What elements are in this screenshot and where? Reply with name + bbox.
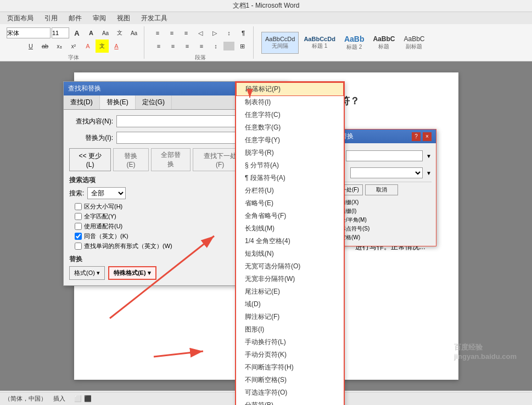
dropdown-item-section-break[interactable]: 分节符(B) — [236, 399, 344, 405]
cb-homophone-label: 同音（英文）(K) — [84, 232, 128, 240]
paragraph-group: ≡ ≡ ≡ ◁ ▷ ↕ ¶ ≡ ≡ ≡ ≡ ↕ ⊞ 段落 — [148, 26, 254, 59]
search-select[interactable]: 全部 — [87, 187, 126, 199]
right-replace-arrow[interactable]: ▼ — [426, 170, 432, 176]
clear-format-btn[interactable]: Aa — [99, 26, 112, 40]
font-size-input[interactable] — [52, 27, 69, 38]
dropdown-item-para-symbol[interactable]: ¶ 段落符号(A) — [236, 172, 344, 184]
right-find-input[interactable] — [346, 150, 423, 161]
shading-btn[interactable] — [223, 42, 234, 50]
dropdown-item-manual-newline[interactable]: 手动换行符(L) — [236, 336, 344, 348]
right-dialog-question-btn[interactable]: ? — [412, 132, 421, 141]
dropdown-item-any-letter[interactable]: 任意字母(Y) — [236, 134, 344, 147]
cb-whole-word[interactable] — [75, 213, 82, 220]
show-hide-btn[interactable]: ¶ — [237, 26, 250, 40]
title-bar: 文档1 - Microsoft Word — [0, 0, 532, 12]
align-left-btn[interactable]: ≡ — [152, 40, 165, 53]
cb-all-forms[interactable] — [75, 243, 82, 250]
format-dropdown-btn[interactable]: 格式(O) ▾ — [69, 266, 105, 280]
ribbon-tabs: 页面布局 引用 邮件 审阅 视图 开发工具 — [0, 12, 532, 24]
dropdown-item-em-dash[interactable]: 长划线(M) — [236, 222, 344, 235]
cb-wildcard[interactable] — [75, 223, 82, 230]
underline-btn[interactable]: U — [24, 40, 37, 53]
tab-view[interactable]: 视图 — [112, 12, 135, 24]
right-replace-select[interactable] — [350, 167, 423, 178]
dialog-tab-goto[interactable]: 定位(G) — [136, 95, 172, 109]
dropdown-item-paragraph-mark[interactable]: 段落标记(P) — [236, 82, 344, 96]
tab-reference[interactable]: 引用 — [40, 12, 63, 24]
style-heading[interactable]: AaBbC 标题 — [369, 32, 399, 54]
tab-page-layout[interactable]: 页面布局 — [2, 12, 38, 24]
dropdown-item-ellipsis[interactable]: 省略号(E) — [236, 197, 344, 210]
dropdown-item-nonbreak-space[interactable]: 不间断空格(S) — [236, 374, 344, 386]
tab-review[interactable]: 审阅 — [88, 12, 111, 24]
right-dialog-close-btn[interactable]: × — [423, 132, 432, 141]
numbering-btn[interactable]: ≡ — [165, 26, 178, 40]
style-subtitle[interactable]: AaBbC 副标题 — [400, 32, 428, 54]
highlight-btn[interactable]: 文 — [96, 40, 109, 53]
status-font-info: （简体，中国） — [4, 395, 47, 403]
dropdown-item-nonbreak-sep[interactable]: 无宽非分隔符(W) — [236, 273, 344, 285]
multilevel-btn[interactable]: ≡ — [180, 26, 193, 40]
cb-homophone[interactable] — [75, 233, 82, 240]
replace-btn[interactable]: 替换(E) — [113, 148, 149, 171]
tab-dev-tools[interactable]: 开发工具 — [136, 12, 172, 24]
dropdown-item-optional-break[interactable]: 无宽可选分隔符(O) — [236, 260, 344, 273]
cb-row-5: 查找单词的所有形式（英文）(W) — [75, 242, 172, 250]
dropdown-item-caret[interactable]: 脱字号(R) — [236, 147, 344, 159]
replace-all-btn[interactable]: 全部替换 — [151, 148, 191, 171]
dropdown-item-manual-pagebreak[interactable]: 手动分页符(K) — [236, 348, 344, 361]
dropdown-item-any-char[interactable]: 任意字符(C) — [236, 109, 344, 121]
font-decrease-btn[interactable]: A — [85, 26, 98, 40]
dropdown-item-graphic[interactable]: 图形(I) — [236, 323, 344, 336]
dropdown-item-footnote[interactable]: 脚注标记(F) — [236, 311, 344, 323]
line-spacing-btn[interactable]: ↕ — [209, 40, 222, 53]
font-buttons-row2: U ab x₂ x² A 文 A — [24, 40, 123, 53]
search-label: 搜索: — [69, 189, 84, 198]
dialog-tab-replace[interactable]: 替换(E) — [100, 95, 136, 109]
justify-btn[interactable]: ≡ — [195, 40, 208, 53]
font-family-input[interactable] — [7, 27, 51, 38]
tab-mail[interactable]: 邮件 — [64, 12, 87, 24]
borders-btn[interactable]: ⊞ — [236, 40, 249, 53]
cb-case-label: 区分大小写(H) — [84, 203, 122, 211]
font-color-btn[interactable]: A — [81, 40, 94, 53]
right-dropdown-arrow[interactable]: ▼ — [426, 153, 432, 159]
dropdown-item-field[interactable]: 域(D) — [236, 298, 344, 311]
find-label: 查找内容(N): — [69, 117, 113, 126]
subscript-btn[interactable]: x₂ — [53, 40, 66, 53]
sort-btn[interactable]: ↕ — [222, 26, 236, 40]
decrease-indent-btn[interactable]: ◁ — [194, 26, 207, 40]
dropdown-item-column-break[interactable]: 分栏符(U) — [236, 184, 344, 197]
right-cancel-btn[interactable]: 取消 — [365, 184, 398, 195]
font-case-btn[interactable]: Aa — [127, 26, 141, 40]
font-increase-btn[interactable]: A — [70, 26, 83, 40]
align-right-btn[interactable]: ≡ — [181, 40, 194, 53]
dropdown-item-nonbreak-hyphen[interactable]: 不间断连字符(H) — [236, 361, 344, 374]
align-center-btn[interactable]: ≡ — [166, 40, 180, 53]
font-group: A A Aa 文 Aa U ab x₂ x² A 文 A 字体 — [3, 26, 144, 59]
ribbon-content: A A Aa 文 Aa U ab x₂ x² A 文 A 字体 ≡ ≡ ≡ ◁ … — [0, 24, 532, 61]
status-icons: ⬜ ⬛ — [74, 395, 92, 402]
style-no-spacing[interactable]: AaBbCcDd 无间隔 — [261, 32, 299, 54]
special-format-btn[interactable]: 特殊格式(E) ▾ — [108, 266, 156, 280]
dialog-tab-find[interactable]: 查找(D) — [64, 95, 100, 109]
dropdown-item-optional-hyphen[interactable]: 可选连字符(O) — [236, 386, 344, 399]
dialog-title: 查找和替换 — [68, 84, 101, 93]
expand-btn[interactable]: << 更少(L) — [69, 148, 111, 171]
dropdown-item-full-ellipsis[interactable]: 全角省略号(F) — [236, 210, 344, 222]
bullets-btn[interactable]: ≡ — [151, 26, 164, 40]
font-format-btn[interactable]: 文 — [113, 26, 126, 40]
style-heading1[interactable]: AaBbCcDd 标题 1 — [300, 32, 339, 54]
cb-case[interactable] — [75, 203, 82, 210]
increase-indent-btn[interactable]: ▷ — [208, 26, 221, 40]
font-color2-btn[interactable]: A — [110, 40, 123, 53]
dropdown-item-any-digit[interactable]: 任意数字(G) — [236, 121, 344, 134]
dropdown-item-en-dash[interactable]: 短划线(N) — [236, 248, 344, 260]
dropdown-item-tab[interactable]: 制表符(I) — [236, 96, 344, 109]
dropdown-item-endnote[interactable]: 尾注标记(E) — [236, 285, 344, 298]
superscript-btn[interactable]: x² — [67, 40, 80, 53]
strikethrough-btn[interactable]: ab — [38, 40, 52, 53]
dropdown-item-section-char[interactable]: § 分节符(A) — [236, 159, 344, 172]
style-heading2[interactable]: AaBb 标题 2 — [340, 32, 368, 54]
dropdown-item-quarter-space[interactable]: 1/4 全角空格(4) — [236, 235, 344, 248]
